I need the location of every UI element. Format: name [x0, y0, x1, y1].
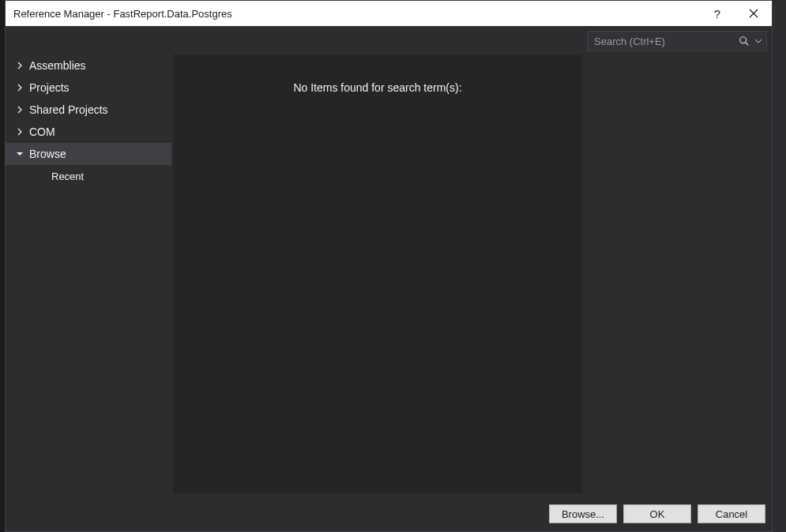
chevron-right-icon: [15, 61, 24, 70]
sidebar: Assemblies Projects Shared Projects: [6, 51, 171, 498]
svg-point-2: [740, 37, 747, 43]
chevron-right-icon: [15, 127, 24, 137]
search-icon-button[interactable]: [736, 33, 752, 49]
button-row: Browse... OK Cancel: [6, 498, 772, 531]
background-stripe: [772, 0, 786, 532]
cancel-button[interactable]: Cancel: [698, 504, 765, 523]
results-panel: No Items found for search term(s):: [173, 54, 582, 493]
chevron-down-icon: [755, 39, 762, 43]
search-box[interactable]: [587, 31, 767, 51]
details-panel: [587, 54, 767, 493]
search-input[interactable]: [594, 36, 736, 47]
svg-line-3: [746, 43, 749, 46]
sidebar-item-recent[interactable]: Recent: [6, 165, 171, 187]
help-button[interactable]: ?: [699, 1, 735, 26]
sidebar-item-shared-projects[interactable]: Shared Projects: [6, 99, 171, 121]
empty-message: No Items found for search term(s):: [293, 81, 461, 493]
sidebar-item-label: Assemblies: [29, 59, 86, 72]
sidebar-item-assemblies[interactable]: Assemblies: [6, 54, 171, 77]
top-row: [6, 26, 772, 51]
sidebar-item-browse[interactable]: Browse: [6, 143, 171, 165]
reference-manager-dialog: Reference Manager - FastReport.Data.Post…: [5, 0, 773, 532]
sidebar-item-label: Projects: [29, 81, 70, 94]
sidebar-item-label: Recent: [51, 170, 84, 182]
chevron-right-icon: [15, 105, 24, 114]
sidebar-item-label: Shared Projects: [29, 103, 108, 116]
sidebar-item-projects[interactable]: Projects: [6, 77, 171, 99]
search-icon: [739, 36, 750, 47]
chevron-down-icon: [15, 149, 24, 159]
main-row: Assemblies Projects Shared Projects: [6, 51, 772, 498]
search-dropdown[interactable]: [754, 33, 763, 49]
titlebar: Reference Manager - FastReport.Data.Post…: [6, 1, 772, 26]
ok-button[interactable]: OK: [623, 504, 691, 523]
browse-button[interactable]: Browse...: [549, 504, 617, 523]
sidebar-item-label: Browse: [29, 148, 66, 160]
sidebar-item-com[interactable]: COM: [6, 121, 171, 143]
close-button[interactable]: [735, 1, 772, 26]
close-icon: [749, 9, 758, 18]
dialog-body: Assemblies Projects Shared Projects: [6, 26, 772, 531]
sidebar-item-label: COM: [29, 126, 55, 138]
chevron-right-icon: [15, 83, 24, 92]
window-title: Reference Manager - FastReport.Data.Post…: [13, 8, 699, 20]
